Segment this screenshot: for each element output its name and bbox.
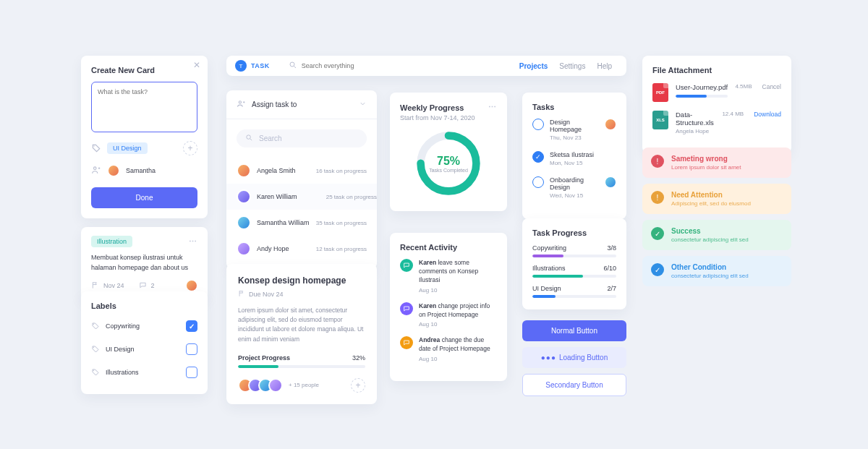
alert-title: Other Condition [671, 263, 749, 271]
global-search-input[interactable] [302, 62, 514, 69]
task-progress-title: Task Progress [532, 228, 616, 237]
alert: ✓ Success consectetur adipiscing elit se… [642, 220, 791, 250]
avatar [186, 280, 197, 291]
file-size: 12.4 MB [722, 111, 744, 117]
loading-button[interactable]: ●●●Loading Button [522, 347, 626, 368]
activity-who: Karen [419, 259, 436, 266]
task-checkbox[interactable] [532, 119, 544, 130]
person-name: Karen William [257, 193, 297, 200]
tag-icon [91, 143, 101, 153]
labels-panel: Labels Copywriting UI Design Illustratio… [81, 291, 208, 394]
person-meta: 35 task on progress [316, 220, 367, 226]
task-checkbox[interactable] [532, 151, 544, 163]
file-type-icon: PDF [652, 83, 668, 102]
weekly-title: Weekly Progress [400, 103, 464, 112]
project-body: Lorem ipsum dolor sit amet, consectetur … [238, 306, 365, 344]
task-input[interactable] [92, 82, 197, 132]
label-checkbox[interactable] [186, 320, 197, 332]
task-row[interactable]: Sketsa Ilustrasi Mon, Nov 15 [532, 151, 616, 166]
label-checkbox[interactable] [186, 343, 197, 355]
person-row[interactable]: Angela Smith 16 task on progress [226, 158, 377, 184]
weekly-progress-card: Weekly Progress ⋯ Start from Nov 7-14, 2… [390, 93, 507, 211]
alert-desc: consectetur adipiscing elit sed [671, 236, 749, 243]
project-due: Due Nov 24 [249, 291, 284, 298]
avatar [237, 241, 251, 256]
activity-title: Recent Activity [400, 243, 497, 252]
svg-point-4 [93, 370, 94, 371]
normal-button[interactable]: Normal Button [522, 320, 626, 341]
svg-point-0 [93, 145, 94, 146]
tp-name: Illustrations [532, 265, 566, 272]
alert-icon: ✓ [651, 227, 664, 240]
task-note-body: Membuat konsep ilustrasi untuk halaman h… [91, 253, 197, 273]
person-meta: 25 task on progress [326, 194, 377, 200]
assign-title: Assign task to [252, 101, 297, 108]
comment-icon [139, 281, 147, 291]
person-row[interactable]: Samantha William 35 task on progress [226, 210, 377, 236]
search-icon[interactable] [289, 61, 297, 71]
top-bar: T TASK Projects Settings Help [226, 56, 626, 76]
secondary-button[interactable]: Secondary Button [522, 374, 626, 396]
project-title: Konsep design homepage [238, 275, 365, 286]
brand-label: TASK [251, 62, 270, 69]
more-icon[interactable]: ⋯ [488, 103, 497, 112]
attachment-row: XLS Data-Structure.xls Angela Hope 12.4 … [652, 111, 781, 134]
task-progress-row: Illustrations6/10 [532, 265, 616, 278]
alert-icon: ✓ [651, 263, 664, 276]
add-tag-button[interactable]: + [183, 141, 197, 155]
attachment-row: PDF User-Journey.pdf 4.5MB Cancel [652, 83, 781, 102]
recent-activity-card: Recent Activity Karen leave some comment… [390, 233, 507, 381]
label-row[interactable]: Copywriting [91, 315, 197, 338]
label-name: Copywriting [106, 322, 140, 330]
person-name: Andy Hope [257, 245, 289, 252]
label-checkbox[interactable] [186, 367, 197, 378]
donut-sub: Tasks Completed [429, 168, 468, 173]
avatar [605, 176, 616, 188]
tp-name: UI Design [532, 285, 561, 292]
task-row[interactable]: Onboarding Design Wed, Nov 15 [532, 176, 616, 199]
tag-icon [91, 368, 100, 377]
more-icon[interactable]: ⋯ [189, 237, 197, 247]
chevron-down-icon[interactable] [359, 100, 367, 109]
nav-help[interactable]: Help [591, 62, 618, 70]
task-date: Wed, Nov 15 [550, 192, 599, 199]
avatar [107, 164, 120, 177]
tag-chip[interactable]: UI Design [107, 142, 148, 154]
task-row[interactable]: Design Homepage Thu, Nov 23 [532, 119, 616, 141]
file-action[interactable]: Cancel [762, 83, 781, 90]
file-author: Angela Hope [676, 128, 715, 134]
task-checkbox[interactable] [532, 176, 544, 188]
assign-search-input[interactable] [259, 134, 358, 142]
alert-title: Success [671, 227, 749, 235]
task-name: Onboarding Design [550, 176, 599, 191]
activity-icon [400, 259, 413, 272]
progress-label: Project Progress [238, 354, 290, 362]
svg-point-6 [239, 101, 241, 103]
done-button[interactable]: Done [91, 187, 197, 208]
add-people-button[interactable]: + [351, 378, 365, 393]
file-action[interactable]: Download [754, 111, 781, 118]
label-row[interactable]: UI Design [91, 338, 197, 361]
task-date: Thu, Nov 23 [550, 134, 599, 141]
activity-item: Karen change project info on Project Hom… [400, 302, 497, 328]
label-name: UI Design [106, 346, 135, 353]
tasks-title: Tasks [532, 103, 616, 111]
tag-icon [91, 322, 100, 330]
file-name: Data-Structure.xls [676, 111, 715, 127]
attachment-title: File Attachment [652, 66, 781, 74]
activity-who: Andrea [419, 336, 440, 343]
nav-settings[interactable]: Settings [553, 62, 591, 70]
label-row[interactable]: Illustrations [91, 361, 197, 384]
alert: ✓ Other Condition consectetur adipiscing… [642, 256, 791, 286]
donut-chart: 75% Tasks Completed [414, 129, 483, 198]
person-row[interactable]: Karen William 25 task on progress [226, 184, 377, 210]
task-progress-row: UI Design2/7 [532, 285, 616, 298]
activity-item: Andrea change the due date of Project Ho… [400, 336, 497, 362]
close-icon[interactable]: ✕ [193, 60, 200, 70]
assign-panel: Assign task to Angela Smith 16 task on p… [226, 90, 377, 269]
search-icon [245, 134, 253, 143]
tag-chip-illustration[interactable]: Illustration [91, 236, 132, 247]
person-row[interactable]: Andy Hope 12 task on progress [226, 236, 377, 262]
nav-projects[interactable]: Projects [514, 62, 553, 70]
tp-name: Copywriting [532, 244, 566, 252]
